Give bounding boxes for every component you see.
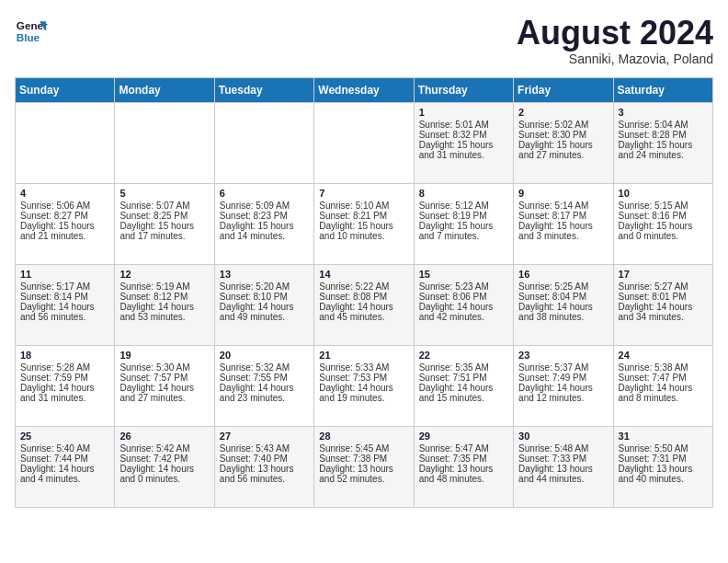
table-row	[314, 102, 414, 183]
header-wednesday: Wednesday	[314, 77, 414, 102]
sunrise-text: Sunrise: 5:04 AM	[619, 120, 708, 130]
day-number: 5	[119, 188, 209, 199]
daylight-text: Daylight: 15 hours and 3 minutes.	[518, 221, 608, 241]
table-row: 13Sunrise: 5:20 AMSunset: 8:10 PMDayligh…	[214, 264, 313, 345]
sunset-text: Sunset: 7:55 PM	[220, 373, 309, 383]
day-number: 6	[220, 188, 309, 199]
daylight-text: Daylight: 15 hours and 7 minutes.	[419, 221, 508, 241]
day-number: 12	[119, 269, 209, 280]
daylight-text: Daylight: 14 hours and 15 minutes.	[419, 383, 508, 403]
daylight-text: Daylight: 14 hours and 34 minutes.	[619, 302, 708, 322]
daylight-text: Daylight: 14 hours and 19 minutes.	[319, 383, 408, 403]
daylight-text: Daylight: 14 hours and 53 minutes.	[119, 302, 209, 322]
table-row: 10Sunrise: 5:15 AMSunset: 8:16 PMDayligh…	[613, 183, 712, 264]
header-tuesday: Tuesday	[214, 77, 313, 102]
day-number: 14	[319, 269, 408, 280]
day-number: 15	[419, 269, 508, 280]
sunrise-text: Sunrise: 5:22 AM	[319, 282, 408, 292]
sunrise-text: Sunrise: 5:42 AM	[119, 443, 209, 454]
table-row: 20Sunrise: 5:32 AMSunset: 7:55 PMDayligh…	[214, 345, 313, 426]
table-row: 5Sunrise: 5:07 AMSunset: 8:25 PMDaylight…	[115, 183, 214, 264]
table-row: 18Sunrise: 5:28 AMSunset: 7:59 PMDayligh…	[16, 345, 115, 426]
sunset-text: Sunset: 7:31 PM	[619, 454, 708, 464]
sunrise-text: Sunrise: 5:43 AM	[220, 443, 309, 454]
day-number: 25	[20, 431, 109, 442]
sunrise-text: Sunrise: 5:28 AM	[20, 362, 109, 373]
day-number: 8	[419, 188, 508, 199]
sunset-text: Sunset: 8:06 PM	[419, 292, 508, 302]
sunset-text: Sunset: 7:57 PM	[119, 373, 209, 383]
sunset-text: Sunset: 8:10 PM	[220, 292, 309, 302]
table-row: 31Sunrise: 5:50 AMSunset: 7:31 PMDayligh…	[613, 426, 712, 507]
sunset-text: Sunset: 8:17 PM	[518, 211, 608, 221]
daylight-text: Daylight: 15 hours and 21 minutes.	[20, 221, 109, 241]
daylight-text: Daylight: 15 hours and 10 minutes.	[319, 221, 408, 241]
table-row: 6Sunrise: 5:09 AMSunset: 8:23 PMDaylight…	[214, 183, 313, 264]
table-row: 12Sunrise: 5:19 AMSunset: 8:12 PMDayligh…	[115, 264, 214, 345]
table-row: 29Sunrise: 5:47 AMSunset: 7:35 PMDayligh…	[414, 426, 513, 507]
sunset-text: Sunset: 7:51 PM	[419, 373, 508, 383]
daylight-text: Daylight: 14 hours and 0 minutes.	[119, 464, 209, 484]
sunrise-text: Sunrise: 5:33 AM	[319, 362, 408, 373]
daylight-text: Daylight: 15 hours and 0 minutes.	[619, 221, 708, 241]
day-number: 30	[518, 431, 608, 442]
sunset-text: Sunset: 8:27 PM	[20, 211, 109, 221]
table-row	[214, 102, 313, 183]
location-subtitle: Sanniki, Mazovia, Poland	[517, 52, 713, 66]
sunrise-text: Sunrise: 5:40 AM	[20, 443, 109, 454]
daylight-text: Daylight: 14 hours and 31 minutes.	[20, 383, 109, 403]
calendar-body: 1Sunrise: 5:01 AMSunset: 8:32 PMDaylight…	[16, 102, 713, 507]
day-number: 7	[319, 188, 408, 199]
calendar-header: Sunday Monday Tuesday Wednesday Thursday…	[16, 77, 713, 102]
sunrise-text: Sunrise: 5:07 AM	[119, 201, 209, 211]
sunrise-text: Sunrise: 5:12 AM	[419, 201, 508, 211]
sunset-text: Sunset: 8:28 PM	[619, 130, 708, 140]
sunrise-text: Sunrise: 5:48 AM	[518, 443, 608, 454]
sunset-text: Sunset: 8:21 PM	[319, 211, 408, 221]
table-row: 15Sunrise: 5:23 AMSunset: 8:06 PMDayligh…	[414, 264, 513, 345]
table-row: 8Sunrise: 5:12 AMSunset: 8:19 PMDaylight…	[414, 183, 513, 264]
sunrise-text: Sunrise: 5:20 AM	[220, 282, 309, 292]
day-number: 23	[518, 350, 608, 361]
sunset-text: Sunset: 8:04 PM	[518, 292, 608, 302]
daylight-text: Daylight: 14 hours and 4 minutes.	[20, 464, 109, 484]
sunrise-text: Sunrise: 5:15 AM	[619, 201, 708, 211]
calendar-table: Sunday Monday Tuesday Wednesday Thursday…	[15, 77, 713, 508]
sunrise-text: Sunrise: 5:10 AM	[319, 201, 408, 211]
sunrise-text: Sunrise: 5:35 AM	[419, 362, 508, 373]
daylight-text: Daylight: 13 hours and 52 minutes.	[319, 464, 408, 484]
header-saturday: Saturday	[613, 77, 712, 102]
table-row: 19Sunrise: 5:30 AMSunset: 7:57 PMDayligh…	[115, 345, 214, 426]
sunset-text: Sunset: 7:59 PM	[20, 373, 109, 383]
header-friday: Friday	[514, 77, 613, 102]
daylight-text: Daylight: 13 hours and 44 minutes.	[518, 464, 608, 484]
day-number: 9	[518, 188, 608, 199]
sunset-text: Sunset: 7:33 PM	[518, 454, 608, 464]
daylight-text: Daylight: 15 hours and 27 minutes.	[518, 140, 608, 160]
sunrise-text: Sunrise: 5:23 AM	[419, 282, 508, 292]
table-row: 24Sunrise: 5:38 AMSunset: 7:47 PMDayligh…	[613, 345, 712, 426]
sunrise-text: Sunrise: 5:17 AM	[20, 282, 109, 292]
sunset-text: Sunset: 7:38 PM	[319, 454, 408, 464]
day-number: 21	[319, 350, 408, 361]
day-number: 19	[119, 350, 209, 361]
table-row: 9Sunrise: 5:14 AMSunset: 8:17 PMDaylight…	[514, 183, 613, 264]
table-row: 1Sunrise: 5:01 AMSunset: 8:32 PMDaylight…	[414, 102, 513, 183]
table-row: 17Sunrise: 5:27 AMSunset: 8:01 PMDayligh…	[613, 264, 712, 345]
day-number: 3	[619, 107, 708, 118]
daylight-text: Daylight: 14 hours and 45 minutes.	[319, 302, 408, 322]
logo: General Blue General Blue	[15, 15, 48, 48]
table-row: 28Sunrise: 5:45 AMSunset: 7:38 PMDayligh…	[314, 426, 414, 507]
table-row: 22Sunrise: 5:35 AMSunset: 7:51 PMDayligh…	[414, 345, 513, 426]
sunrise-text: Sunrise: 5:06 AM	[20, 201, 109, 211]
day-number: 28	[319, 431, 408, 442]
daylight-text: Daylight: 14 hours and 23 minutes.	[220, 383, 309, 403]
day-number: 11	[20, 269, 109, 280]
day-number: 10	[619, 188, 708, 199]
table-row: 7Sunrise: 5:10 AMSunset: 8:21 PMDaylight…	[314, 183, 414, 264]
table-row: 4Sunrise: 5:06 AMSunset: 8:27 PMDaylight…	[16, 183, 115, 264]
daylight-text: Daylight: 14 hours and 49 minutes.	[220, 302, 309, 322]
sunrise-text: Sunrise: 5:38 AM	[619, 362, 708, 373]
table-row: 30Sunrise: 5:48 AMSunset: 7:33 PMDayligh…	[514, 426, 613, 507]
daylight-text: Daylight: 14 hours and 56 minutes.	[20, 302, 109, 322]
